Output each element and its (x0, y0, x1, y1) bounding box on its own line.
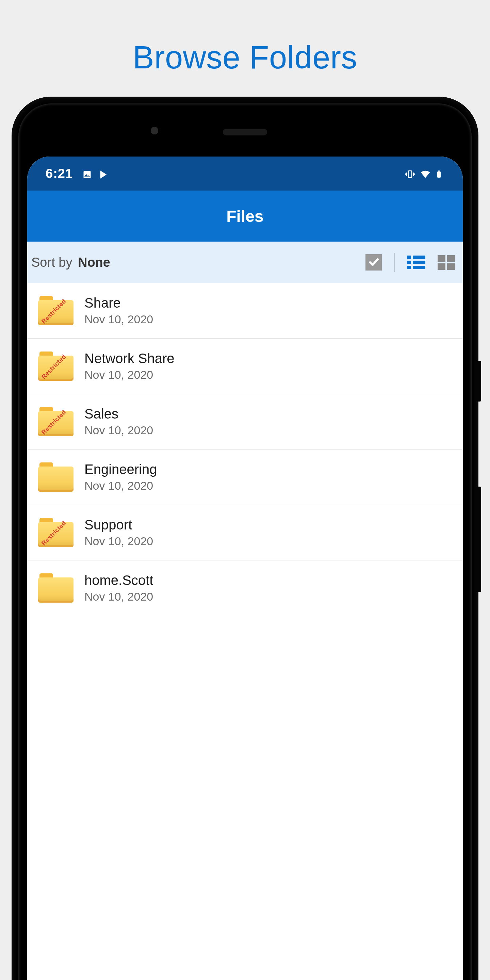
restricted-folder-icon: Restricted (38, 407, 73, 436)
phone-speaker (223, 129, 267, 135)
folder-row[interactable]: RestrictedSalesNov 10, 2020 (27, 394, 463, 450)
sort-value: None (78, 255, 110, 269)
folder-icon (38, 573, 73, 603)
sort-label: Sort by (31, 255, 76, 269)
vibrate-icon (405, 169, 414, 178)
list-view-button[interactable] (407, 255, 425, 270)
wifi-icon (420, 169, 430, 178)
sort-toolbar: Sort by None (27, 242, 463, 283)
folder-date: Nov 10, 2020 (84, 368, 175, 382)
folder-name: Sales (84, 406, 153, 422)
toolbar-divider (394, 253, 395, 272)
folder-date: Nov 10, 2020 (84, 313, 153, 326)
svg-rect-2 (437, 172, 441, 178)
multiselect-toggle[interactable] (366, 254, 382, 270)
folder-date: Nov 10, 2020 (84, 479, 157, 492)
folder-date: Nov 10, 2020 (84, 424, 153, 437)
folder-name: home.Scott (84, 573, 153, 588)
folder-row[interactable]: EngineeringNov 10, 2020 (27, 450, 463, 505)
restricted-folder-icon: Restricted (38, 296, 73, 325)
svg-rect-3 (438, 170, 440, 172)
phone-frame: 6:21 (14, 99, 476, 980)
folder-icon (38, 463, 73, 492)
image-icon (82, 169, 92, 178)
app-bar-title: Files (226, 207, 263, 226)
folder-row[interactable]: RestrictedNetwork ShareNov 10, 2020 (27, 339, 463, 394)
phone-screen: 6:21 (27, 156, 463, 980)
phone-camera (150, 126, 163, 140)
grid-view-button[interactable] (438, 255, 456, 270)
restricted-folder-icon: Restricted (38, 518, 73, 547)
svg-rect-1 (408, 171, 412, 178)
folder-name: Share (84, 295, 153, 311)
folder-name: Network Share (84, 351, 175, 366)
folder-name: Engineering (84, 462, 157, 477)
folder-date: Nov 10, 2020 (84, 535, 153, 548)
play-store-icon (99, 169, 108, 178)
svg-rect-0 (84, 171, 91, 178)
folder-row[interactable]: RestrictedShareNov 10, 2020 (27, 283, 463, 339)
sort-button[interactable]: Sort by None (31, 255, 110, 270)
folder-row[interactable]: home.ScottNov 10, 2020 (27, 560, 463, 616)
app-bar: Files (27, 191, 463, 242)
phone-side-button (476, 487, 481, 592)
folder-date: Nov 10, 2020 (84, 590, 153, 603)
restricted-folder-icon: Restricted (38, 352, 73, 381)
folder-name: Support (84, 517, 153, 533)
phone-side-button (476, 361, 481, 401)
status-time: 6:21 (46, 166, 73, 181)
folder-row[interactable]: RestrictedSupportNov 10, 2020 (27, 505, 463, 560)
status-bar: 6:21 (27, 156, 463, 191)
battery-icon (435, 169, 444, 178)
folder-list[interactable]: RestrictedShareNov 10, 2020RestrictedNet… (27, 283, 463, 980)
promo-title: Browse Folders (0, 0, 490, 76)
